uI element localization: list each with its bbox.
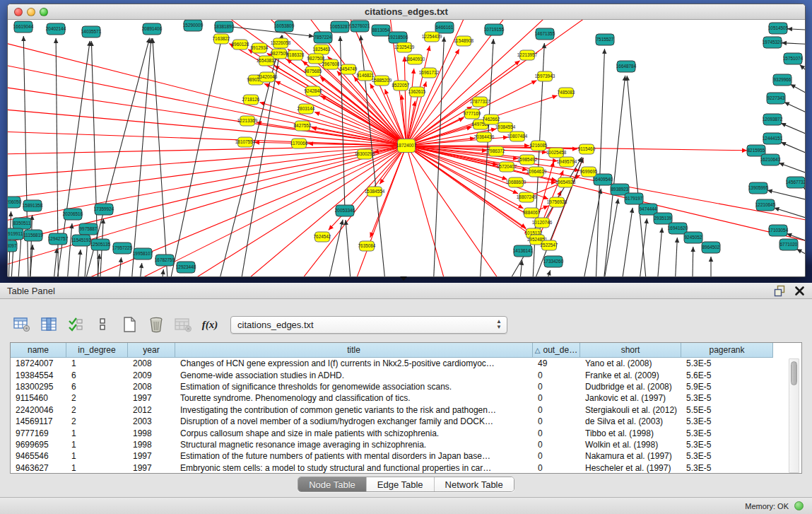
- node-12923448[interactable]: 12923448: [176, 262, 196, 273]
- selected-node-8454749[interactable]: 8454749: [340, 64, 358, 74]
- table-cell[interactable]: 9115460: [11, 392, 66, 404]
- table-cell[interactable]: 6: [66, 381, 128, 392]
- selected-node-18300295[interactable]: 18300295: [355, 149, 375, 159]
- node-16053809[interactable]: 16053809: [274, 21, 295, 32]
- minimize-window-button[interactable]: [27, 8, 35, 16]
- node-12444151[interactable]: 12444151: [763, 133, 783, 144]
- table-cell[interactable]: 5.6E-5: [681, 369, 773, 380]
- node-15276021[interactable]: 15276021: [350, 21, 370, 32]
- node-6179197[interactable]: 6179197: [625, 193, 643, 204]
- table-row[interactable]: 911546021997Tourette syndrome. Phenomeno…: [11, 392, 801, 404]
- table-cell[interactable]: 9777169: [11, 427, 66, 438]
- table-cell[interactable]: 5.5E-5: [681, 404, 773, 416]
- node-8350511[interactable]: 8350511: [13, 218, 31, 229]
- node-14671355[interactable]: 14671355: [535, 28, 555, 40]
- table-row[interactable]: 1830029562008Estimation of significance …: [11, 381, 801, 392]
- table-cell[interactable]: 2: [66, 404, 128, 416]
- node-10719155[interactable]: 10719155: [484, 24, 505, 35]
- window-titlebar[interactable]: citations_edges.txt: [8, 4, 805, 20]
- table-cell[interactable]: 5.3E-5: [681, 450, 773, 462]
- node-20402144[interactable]: 20402144: [46, 23, 66, 35]
- table-cell[interactable]: Investigating the contribution of common…: [175, 404, 533, 416]
- tab-node-table[interactable]: Node Table: [298, 477, 366, 491]
- selected-node-8427552[interactable]: 8427552: [294, 121, 312, 131]
- selected-node-2718126[interactable]: 2718126: [242, 95, 260, 105]
- node-12210645[interactable]: 12210645: [755, 199, 776, 211]
- selected-node-19495794[interactable]: 19495794: [557, 157, 577, 167]
- table-cell[interactable]: 0: [533, 404, 580, 416]
- table-cell[interactable]: 18724007: [11, 358, 66, 369]
- selected-node-12213369[interactable]: 12213369: [237, 116, 258, 126]
- table-row[interactable]: 2242004622012Investigating the contribut…: [11, 404, 801, 416]
- table-cell[interactable]: 0: [533, 427, 580, 438]
- selected-node-8522057[interactable]: 8522057: [392, 81, 410, 90]
- selected-node-2967608[interactable]: 2967608: [322, 59, 340, 69]
- node-12093872[interactable]: 12093872: [763, 114, 783, 125]
- table-row[interactable]: 946554611997Estimation of the future num…: [11, 450, 801, 462]
- selected-node-7986372[interactable]: 7986372: [488, 146, 505, 156]
- table-cell[interactable]: 5.3E-5: [681, 416, 773, 427]
- selected-node-10688609[interactable]: 10688609: [506, 177, 526, 187]
- node-6771020[interactable]: 6771020: [779, 239, 798, 250]
- table-cell[interactable]: 0: [533, 392, 580, 404]
- network-canvas[interactable]: 1661904420402144140355712089140615290009…: [8, 20, 805, 276]
- selected-node-10964619[interactable]: 10964619: [526, 167, 547, 177]
- table-cell[interactable]: 5.3E-5: [681, 439, 773, 450]
- table-cell[interactable]: 5.3E-5: [681, 392, 773, 404]
- node-15891358[interactable]: 15891358: [23, 200, 43, 211]
- row-height-icon[interactable]: [92, 315, 113, 334]
- node-16619044[interactable]: 16619044: [13, 21, 34, 33]
- selected-node-11548908[interactable]: 11548908: [454, 36, 473, 46]
- node-7857224[interactable]: 7857224: [314, 32, 332, 43]
- table-cell[interactable]: 2: [66, 392, 128, 404]
- table-cell[interactable]: 1: [66, 427, 128, 438]
- function-builder-icon[interactable]: f(x): [199, 315, 220, 334]
- table-cell[interactable]: 0: [533, 369, 580, 380]
- node-20891406[interactable]: 20891406: [142, 23, 163, 35]
- selected-node-2522547[interactable]: 2522547: [541, 240, 558, 250]
- selected-node-8186328[interactable]: 8186328: [287, 50, 305, 60]
- close-window-button[interactable]: [14, 8, 23, 16]
- node-16210643[interactable]: 16210643: [760, 154, 781, 165]
- node-14567732[interactable]: 14567732: [786, 177, 805, 188]
- table-cell[interactable]: Hescheler et al. (1997): [580, 462, 681, 474]
- table-cell[interactable]: 2009: [128, 369, 175, 380]
- table-cell[interactable]: 2: [66, 416, 128, 427]
- tab-edge-table[interactable]: Edge Table: [366, 477, 434, 491]
- node-12942757[interactable]: 12942757: [48, 233, 69, 245]
- zoom-window-button[interactable]: [40, 8, 48, 16]
- table-cell[interactable]: 6: [66, 369, 128, 380]
- selected-node-10120746[interactable]: 10120746: [532, 218, 553, 228]
- table-selector-dropdown[interactable]: citations_edges.txt ▲▼: [230, 316, 507, 334]
- selected-node-15720407[interactable]: 15720407: [497, 162, 517, 172]
- node-20206516[interactable]: 20206516: [63, 209, 83, 220]
- selected-node-1170066[interactable]: 1170066: [290, 139, 308, 148]
- table-cell[interactable]: 9699695: [11, 439, 66, 450]
- table-cell[interactable]: Tourette syndrome. Phenomenology and cla…: [175, 392, 533, 404]
- table-cell[interactable]: 5.3E-5: [681, 462, 773, 474]
- selected-node-15384554[interactable]: 15384554: [365, 187, 385, 197]
- node-9227343[interactable]: 9227343: [767, 93, 785, 104]
- select-rows-icon[interactable]: [65, 315, 86, 334]
- selected-node-8960128[interactable]: 8960128: [232, 40, 249, 49]
- table-cell[interactable]: Estimation of the future numbers of pati…: [175, 450, 533, 462]
- selected-node-1825463[interactable]: 1825463: [313, 45, 331, 54]
- table-cell[interactable]: 1: [66, 439, 128, 450]
- table-cell[interactable]: Franke et al. (2009): [580, 369, 681, 380]
- node-16648784[interactable]: 16648784: [616, 61, 637, 72]
- table-cell[interactable]: 1: [66, 358, 128, 369]
- hub-node-18724007[interactable]: 18724007: [396, 139, 417, 153]
- node-14035571[interactable]: 14035571: [81, 26, 102, 37]
- selected-node-18807249[interactable]: 18807249: [517, 192, 537, 202]
- selected-node-20364436[interactable]: 20364436: [474, 132, 495, 142]
- selected-node-9115460[interactable]: 9115460: [578, 144, 596, 154]
- selected-node-7485083[interactable]: 7485083: [558, 88, 575, 98]
- table-cell[interactable]: 2003: [128, 416, 175, 427]
- selected-node-19384554[interactable]: 19384554: [495, 122, 516, 132]
- selected-node-10807484[interactable]: 10807484: [507, 132, 528, 141]
- node-12505135[interactable]: 12505135: [90, 239, 111, 250]
- table-cell[interactable]: 5.3E-5: [681, 358, 773, 369]
- column-header-year[interactable]: year: [128, 343, 175, 358]
- table-row[interactable]: 1456911722003Disruption of a novel membe…: [11, 416, 801, 427]
- table-cell[interactable]: Estimation of significance thresholds fo…: [175, 381, 533, 392]
